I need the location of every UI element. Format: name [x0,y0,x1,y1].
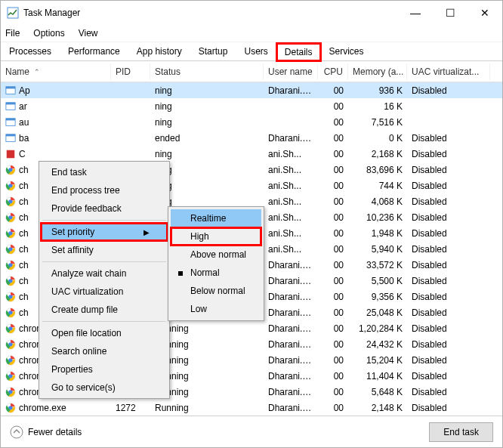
col-pid[interactable]: PID [111,63,150,80]
cell-user: Dharani.Sh... [264,338,318,351]
table-row[interactable]: arning0016 K [1,98,502,114]
cell-memory: 2,148 K [348,401,407,415]
ctx-provide-feedback[interactable]: Provide feedback [41,199,168,218]
cell-user: Dharani.Sh... [264,131,318,145]
cell-user: Dharani.Sh... [264,401,318,415]
ctx-separator [42,321,166,322]
cell-user: ani.Sh... [264,211,318,224]
cell-status: ning [150,147,264,161]
ctx-separator [42,261,166,262]
table-row[interactable]: auning007,516 K [1,114,502,130]
cell-pid [111,121,150,124]
cell-status: ning [150,100,264,113]
cell-uac: Disabled [407,401,490,415]
tab-app-history[interactable]: App history [128,42,190,60]
cell-user: Dharani.Sh... [264,290,318,304]
col-uac[interactable]: UAC virtualizat... [407,63,490,80]
tab-users[interactable]: Users [236,42,276,60]
priority-low[interactable]: Low [171,300,261,318]
menu-options[interactable]: Options [32,26,66,40]
svg-rect-0 [8,8,18,18]
ctx-analyze-wait-chain[interactable]: Analyze wait chain [41,264,168,283]
ctx-go-to-services[interactable]: Go to service(s) [41,378,168,397]
cell-status: Running [150,401,264,415]
tab-processes[interactable]: Processes [1,42,60,60]
ctx-create-dump-file[interactable]: Create dump file [41,301,168,319]
cell-cpu: 00 [318,290,348,304]
cell-cpu: 00 [318,131,348,145]
process-grid: Name⌃ PID Status User name CPU Memory (a… [1,61,502,416]
cell-memory: 7,516 K [348,116,407,129]
fewer-details-toggle[interactable]: Fewer details [10,425,82,439]
cell-memory: 744 K [348,179,407,193]
svg-rect-6 [6,118,15,120]
end-task-button[interactable]: End task [429,422,493,442]
cell-cpu: 00 [318,369,348,383]
cell-memory: 5,940 K [348,243,407,256]
table-row[interactable]: Cningani.Sh...002,168 KDisabled [1,146,502,162]
priority-normal[interactable]: Normal [171,264,261,282]
table-row[interactable]: chrome.exe1272RunningDharani.Sh...002,14… [1,400,502,416]
cell-cpu: 00 [318,195,348,209]
cell-user [264,121,318,124]
ctx-end-task[interactable]: End task [41,163,168,181]
ctx-search-online[interactable]: Search online [41,342,168,360]
tab-services[interactable]: Services [321,42,372,60]
cell-cpu: 00 [318,354,348,367]
cell-cpu: 00 [318,338,348,351]
titlebar[interactable]: Task Manager — ☐ ✕ [1,1,502,25]
col-name[interactable]: Name⌃ [1,63,111,80]
tab-startup[interactable]: Startup [190,42,236,60]
priority-realtime[interactable]: Realtime [171,209,261,227]
table-row[interactable]: baendedDharani.Sh...000 KDisabled [1,130,502,146]
ctx-end-process-tree[interactable]: End process tree [41,181,168,199]
priority-high[interactable]: High [171,227,261,246]
ctx-uac-virtualization[interactable]: UAC virtualization [41,283,168,301]
col-memory[interactable]: Memory (a... [348,63,407,80]
ctx-set-affinity[interactable]: Set affinity [41,241,168,259]
menu-file[interactable]: File [4,26,21,40]
task-manager-icon [7,7,19,19]
cell-user: Dharani.Sh... [264,322,318,335]
cell-memory: 5,500 K [348,274,407,288]
col-cpu[interactable]: CPU [318,63,348,80]
cell-user: ani.Sh... [264,195,318,209]
cell-status: ning [150,116,264,129]
sort-asc-icon: ⌃ [34,68,40,76]
collapse-icon [10,425,23,439]
priority-above-normal[interactable]: Above normal [171,246,261,264]
close-button[interactable]: ✕ [468,1,502,25]
menu-view[interactable]: View [77,26,100,40]
cell-cpu: 00 [318,322,348,335]
priority-below-normal[interactable]: Below normal [171,282,261,300]
ctx-open-file-location[interactable]: Open file location [41,324,168,342]
cell-pid [111,137,150,140]
footer: Fewer details End task [1,416,502,447]
cell-memory: 1,20,284 K [348,322,407,335]
cell-memory: 25,048 K [348,306,407,320]
current-priority-dot-icon [178,271,183,276]
cell-uac: Disabled [407,243,490,256]
cell-cpu: 00 [318,306,348,320]
tab-performance[interactable]: Performance [60,42,128,60]
table-row[interactable]: ApningDharani.Sh...00936 KDisabled [1,82,502,98]
cell-memory: 33,572 K [348,258,407,272]
cell-uac: Disabled [407,290,490,304]
ctx-properties[interactable]: Properties [41,360,168,378]
tab-details[interactable]: Details [276,43,321,61]
col-status[interactable]: Status [150,63,264,80]
cell-uac: Disabled [407,385,490,399]
cell-uac: Disabled [407,131,490,145]
svg-rect-4 [6,102,15,104]
cell-uac [407,105,490,108]
cell-memory: 1,948 K [348,227,407,240]
cell-user: ani.Sh... [264,179,318,193]
cell-uac: Disabled [407,147,490,161]
maximize-button[interactable]: ☐ [433,1,468,25]
col-user[interactable]: User name [264,63,318,80]
cell-uac: Disabled [407,195,490,209]
cell-memory: 2,168 K [348,147,407,161]
cell-cpu: 00 [318,84,348,97]
ctx-set-priority[interactable]: Set priority▶ [41,223,168,241]
minimize-button[interactable]: — [398,1,433,25]
